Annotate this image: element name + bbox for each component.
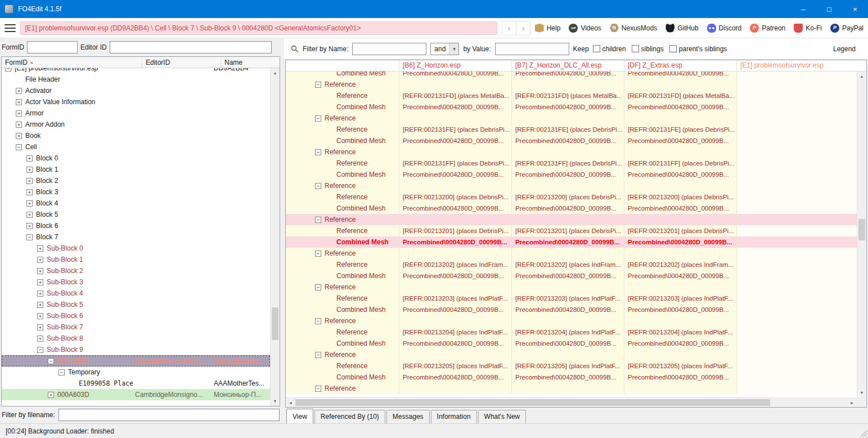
grid-cell[interactable]: [624, 281, 737, 293]
grid-cell[interactable]: [737, 327, 857, 338]
collapse-icon[interactable]: −: [315, 183, 321, 189]
plugin-column-header[interactable]: [DF] Z_Extras.esp: [624, 60, 737, 71]
grid-cell[interactable]: [737, 146, 857, 158]
grid-cell[interactable]: Precombined\0004280D_00099B...: [512, 304, 624, 315]
scroll-down-icon[interactable]: ▼: [271, 396, 280, 406]
grid-row[interactable]: Combined MeshPrecombined\0004280D_00099B…: [286, 236, 857, 248]
collapse-icon[interactable]: −: [315, 115, 321, 122]
expand-icon[interactable]: +: [16, 99, 22, 105]
grid-cell[interactable]: [399, 383, 512, 394]
grid-cell[interactable]: [737, 315, 857, 327]
collapse-icon[interactable]: −: [26, 234, 33, 240]
expand-icon[interactable]: +: [26, 155, 33, 162]
tree-row[interactable]: +Block 3: [2, 186, 270, 198]
expand-icon[interactable]: +: [37, 279, 43, 285]
keep-option-children[interactable]: children: [593, 45, 626, 53]
grid-row[interactable]: −Reference: [286, 146, 857, 158]
plugin-column-header[interactable]: [B7] Z_Horizon_DLC_All.esp: [512, 60, 624, 71]
expand-icon[interactable]: +: [26, 223, 33, 229]
grid-row[interactable]: −Reference: [286, 214, 857, 225]
tree-row[interactable]: +Block 5: [2, 209, 270, 220]
collapse-icon[interactable]: −: [315, 386, 321, 392]
scrollbar-thumb[interactable]: [858, 219, 865, 240]
grid-cell[interactable]: [624, 349, 737, 360]
nav-link-videos[interactable]: GPVideos: [569, 24, 601, 33]
grid-cell[interactable]: [REFR:00213200] (places DebrisPi...: [399, 191, 512, 203]
tab-referenced-by-10-[interactable]: Referenced By (10): [314, 410, 385, 423]
grid-cell[interactable]: [REFR:00213202] (places IndFram...: [512, 259, 624, 270]
grid-cell[interactable]: [737, 259, 857, 270]
grid-cell[interactable]: [REFR:00213203] (places IndPlatF...: [399, 293, 512, 304]
grid-cell[interactable]: [512, 214, 624, 225]
grid-cell[interactable]: Precombined\0004280D_00099B...: [399, 338, 512, 349]
tree-row[interactable]: +Sub-Block 6: [2, 310, 270, 321]
expand-icon[interactable]: +: [37, 290, 43, 297]
expand-icon[interactable]: +: [16, 110, 22, 117]
scroll-up-icon[interactable]: ▲: [271, 68, 280, 78]
grid-cell[interactable]: Precombined\0004280D_00099B...: [399, 169, 512, 180]
grid-cell[interactable]: [737, 203, 857, 214]
grid-cell[interactable]: [512, 281, 624, 293]
editorid-input[interactable]: [110, 41, 272, 53]
grid-cell[interactable]: [REFR:00213200] (places DebrisPi...: [624, 191, 737, 203]
grid-row[interactable]: Reference[REFR:00213201] (places DebrisP…: [286, 225, 857, 236]
tree-row[interactable]: +Block 0: [2, 153, 270, 164]
resize-grip[interactable]: [860, 430, 867, 437]
expand-icon[interactable]: +: [37, 324, 43, 330]
collapse-icon[interactable]: −: [59, 369, 65, 376]
tab-information[interactable]: Information: [431, 410, 477, 423]
grid-row[interactable]: Combined MeshPrecombined\0004280D_00099B…: [286, 71, 857, 79]
nav-link-paypal[interactable]: PPayPal: [830, 24, 863, 33]
grid-row[interactable]: −Reference: [286, 281, 857, 293]
tab-messages[interactable]: Messages: [386, 410, 430, 423]
expand-icon[interactable]: +: [37, 302, 43, 308]
tree-row[interactable]: −Temporary: [2, 367, 270, 378]
column-header-name[interactable]: Name: [221, 57, 280, 68]
grid-cell[interactable]: [737, 158, 857, 169]
grid-cell[interactable]: [512, 113, 624, 124]
grid-row[interactable]: Combined MeshPrecombined\0004280D_00099B…: [286, 372, 857, 383]
grid-cell[interactable]: Precombined\0004280D_00099B...: [624, 236, 737, 248]
tree-row[interactable]: +Block 6: [2, 220, 270, 231]
grid-cell[interactable]: [REFR:002131FF] (places DebrisPi...: [624, 158, 737, 169]
grid-cell[interactable]: Precombined\0004280D_00099B...: [399, 236, 512, 248]
grid-cell[interactable]: [737, 191, 857, 203]
grid-cell[interactable]: [737, 360, 857, 372]
grid-cell[interactable]: [737, 383, 857, 394]
grid-cell[interactable]: Precombined\0004280D_00099B...: [624, 203, 737, 214]
grid-cell[interactable]: Precombined\0004280D_00099B...: [399, 101, 512, 113]
expand-icon[interactable]: +: [37, 313, 43, 319]
filter-name-input[interactable]: [352, 43, 426, 55]
scroll-down-icon[interactable]: ▼: [857, 388, 866, 397]
collapse-icon[interactable]: −: [315, 284, 321, 290]
grid-cell[interactable]: [REFR:002131FE] (places DebrisPi...: [399, 124, 512, 135]
tree-row[interactable]: −Block 7: [2, 231, 270, 243]
tree-row[interactable]: −0004280DGeneralAtomicsFacto...Завод Дже…: [2, 355, 270, 367]
grid-cell[interactable]: Precombined\0004280D_00099B...: [624, 372, 737, 383]
grid-cell[interactable]: [399, 180, 512, 191]
grid-row[interactable]: −Reference: [286, 248, 857, 259]
grid-cell[interactable]: [REFR:00213200] (places DebrisPi...: [512, 191, 624, 203]
grid-cell[interactable]: [737, 372, 857, 383]
grid-row[interactable]: Combined MeshPrecombined\0004280D_00099B…: [286, 135, 857, 146]
grid-row[interactable]: Combined MeshPrecombined\0004280D_00099B…: [286, 169, 857, 180]
expand-icon[interactable]: +: [16, 133, 22, 139]
tree-row[interactable]: +Sub-Block 3: [2, 276, 270, 288]
grid-cell[interactable]: [399, 315, 512, 327]
grid-cell[interactable]: [REFR:002131FD] (places MetalBa...: [624, 90, 737, 101]
grid-cell[interactable]: [737, 71, 857, 79]
grid-row[interactable]: Reference[REFR:00213204] (places IndPlat…: [286, 327, 857, 338]
scrollbar-thumb[interactable]: [272, 307, 278, 340]
back-button[interactable]: ‹: [502, 21, 516, 35]
expand-icon[interactable]: +: [26, 167, 33, 173]
nav-link-patreon[interactable]: PPatreon: [750, 24, 785, 33]
collapse-icon[interactable]: −: [48, 358, 54, 364]
grid-cell[interactable]: [737, 349, 857, 360]
nav-link-discord[interactable]: Discord: [707, 24, 742, 33]
grid-row[interactable]: Combined MeshPrecombined\0004280D_00099B…: [286, 304, 857, 315]
grid-cell[interactable]: [REFR:00213203] (places IndPlatF...: [512, 293, 624, 304]
collapse-icon[interactable]: −: [315, 352, 321, 358]
grid-cell[interactable]: Precombined\0004280D_00099B...: [512, 372, 624, 383]
grid-cell[interactable]: [737, 113, 857, 124]
grid-cell[interactable]: Precombined\0004280D_00099B...: [512, 236, 624, 248]
